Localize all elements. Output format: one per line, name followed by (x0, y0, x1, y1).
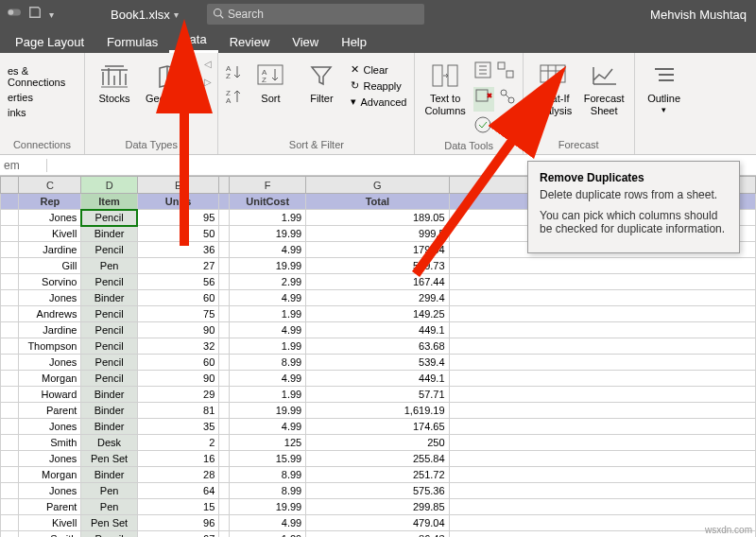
cell[interactable] (1, 435, 19, 451)
tab-help[interactable]: Help (330, 31, 378, 53)
cell[interactable]: Jardine (19, 322, 81, 338)
cell[interactable]: 4.99 (230, 290, 306, 306)
cell[interactable]: 19.99 (230, 403, 306, 419)
cell[interactable]: 60 (137, 355, 218, 371)
cell[interactable]: Andrews (19, 306, 81, 322)
sort-az-button[interactable]: AZ (224, 62, 243, 85)
table-row[interactable]: JonesBinder354.99174.65 (1, 419, 756, 435)
chevron-left-icon[interactable]: ◁ (204, 59, 212, 69)
manage-data-model-button[interactable] (496, 115, 515, 138)
cell[interactable]: 149.25 (306, 306, 449, 322)
queries-connections-button[interactable]: es & Connections (6, 64, 78, 89)
sort-za-button[interactable]: ZA (224, 87, 243, 110)
cell[interactable] (1, 355, 19, 371)
cell[interactable]: Jones (19, 355, 81, 371)
cell[interactable]: 8.99 (230, 483, 306, 499)
table-row[interactable]: JonesPen Set1615.99255.84 (1, 451, 756, 467)
cell[interactable]: 67 (137, 531, 218, 538)
cell[interactable] (219, 499, 230, 515)
cell[interactable]: 167.44 (306, 274, 449, 290)
cell[interactable]: Pencil (81, 338, 137, 355)
advanced-filter-button[interactable]: ▾Advanced (349, 95, 408, 109)
header-cell[interactable] (219, 194, 230, 210)
table-row[interactable]: GillPen2719.99539.73 (1, 258, 756, 274)
cell[interactable]: Pen Set (81, 515, 137, 531)
cell[interactable]: 299.85 (306, 499, 449, 515)
cell[interactable]: Desk (81, 435, 137, 451)
cell[interactable] (1, 258, 19, 274)
cell[interactable] (449, 355, 755, 371)
cell[interactable]: Parent (19, 403, 81, 419)
cell[interactable] (449, 419, 755, 435)
consolidate-button[interactable] (496, 61, 515, 83)
cell[interactable] (1, 322, 19, 338)
cell[interactable]: Jones (19, 290, 81, 306)
column-header[interactable]: E (137, 177, 218, 194)
cell[interactable] (1, 338, 19, 355)
cell[interactable]: Pen Set (81, 451, 137, 467)
autosave-toggle-icon[interactable] (8, 6, 21, 23)
cell[interactable] (449, 306, 755, 322)
relationships-button[interactable] (498, 87, 517, 112)
cell[interactable]: 96 (137, 515, 218, 531)
table-row[interactable]: JonesPencil608.99539.4 (1, 355, 756, 371)
cell[interactable]: Binder (81, 387, 137, 403)
column-header[interactable] (219, 177, 230, 194)
cell[interactable] (1, 515, 19, 531)
table-row[interactable]: ParentPen1519.99299.85 (1, 499, 756, 515)
save-icon[interactable] (28, 6, 42, 23)
cell[interactable]: 2.99 (230, 274, 306, 290)
cell[interactable]: Jones (19, 451, 81, 467)
remove-duplicates-button[interactable] (473, 87, 494, 112)
cell[interactable]: 15.99 (230, 451, 306, 467)
cell[interactable] (1, 371, 19, 387)
sort-button[interactable]: AZ Sort (247, 59, 294, 107)
cell[interactable] (219, 242, 230, 258)
tab-view[interactable]: View (281, 31, 330, 53)
cell[interactable]: Howard (19, 387, 81, 403)
cell[interactable]: Pencil (81, 242, 137, 258)
header-cell[interactable] (1, 194, 19, 210)
cell[interactable]: Sorvino (19, 274, 81, 290)
header-cell[interactable]: Rep (19, 194, 81, 210)
cell[interactable]: 1,619.19 (306, 403, 449, 419)
table-row[interactable]: AndrewsPencil751.99149.25 (1, 306, 756, 322)
cell[interactable]: Pencil (81, 531, 137, 538)
cell[interactable] (449, 274, 755, 290)
cell[interactable]: 19.99 (230, 226, 306, 242)
cell[interactable]: 50 (137, 226, 218, 242)
cell[interactable] (449, 467, 755, 483)
search-input[interactable] (228, 8, 424, 21)
what-if-analysis-button[interactable]: What-If Analysis (529, 59, 576, 119)
outline-button[interactable]: Outline▾ (641, 59, 688, 117)
cell[interactable]: 449.1 (306, 371, 449, 387)
cell[interactable] (449, 435, 755, 451)
cell[interactable] (449, 499, 755, 515)
cell[interactable] (449, 322, 755, 338)
cell[interactable]: 75 (137, 306, 218, 322)
cell[interactable] (1, 210, 19, 226)
cell[interactable] (1, 274, 19, 290)
cell[interactable]: Pen (81, 258, 137, 274)
edit-links-button[interactable]: inks (6, 106, 78, 119)
table-row[interactable]: SmithPencil671.2986.43 (1, 531, 756, 538)
user-name[interactable]: Mehvish Mushtaq (650, 8, 747, 22)
cell[interactable] (449, 258, 755, 274)
cell[interactable]: Jones (19, 483, 81, 499)
cell[interactable] (219, 355, 230, 371)
cell[interactable] (1, 290, 19, 306)
cell[interactable]: Kivell (19, 515, 81, 531)
cell[interactable]: 575.36 (306, 483, 449, 499)
filter-button[interactable]: Filter (298, 59, 345, 107)
cell[interactable]: 1.99 (230, 387, 306, 403)
column-header[interactable]: D (81, 177, 137, 194)
cell[interactable]: Pencil (81, 306, 137, 322)
cell[interactable]: 1.99 (230, 338, 306, 355)
dropdown-icon[interactable]: ▾ (49, 9, 54, 20)
cell[interactable]: Pencil (81, 274, 137, 290)
cell[interactable]: 4.99 (230, 515, 306, 531)
cell[interactable]: 1.99 (230, 210, 306, 226)
cell[interactable] (1, 387, 19, 403)
header-cell[interactable]: Total (306, 194, 449, 210)
cell[interactable] (219, 371, 230, 387)
